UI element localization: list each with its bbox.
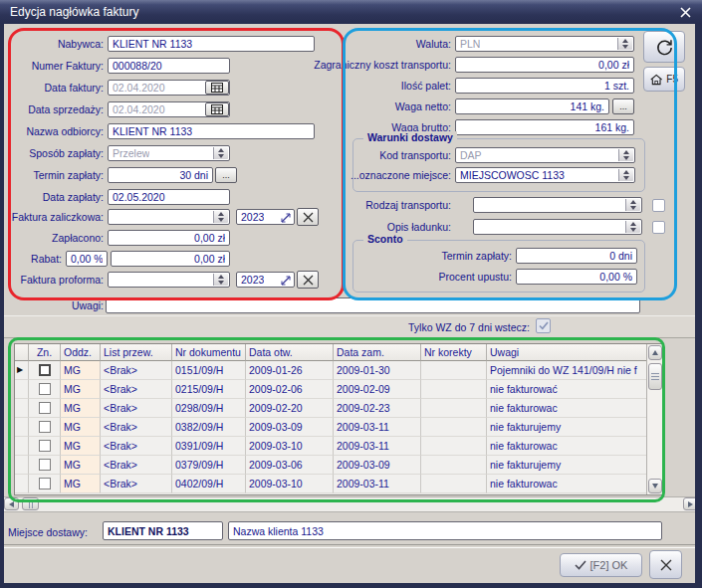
row-checkbox[interactable]	[39, 459, 51, 471]
row-checkbox[interactable]	[39, 402, 51, 414]
refresh-button[interactable]	[643, 31, 685, 63]
oznaczone-miejsce-combo[interactable]: MIEJSCOWOSC 1133	[455, 167, 635, 183]
table-row[interactable]: ▶ MG <Brak> 0382/09/H 2009-03-09 2009-03…	[15, 418, 663, 437]
kod-transportu-combo[interactable]: DAP	[455, 147, 635, 163]
close-x-icon	[659, 558, 673, 572]
wz-filter-checkbox[interactable]	[536, 318, 551, 333]
spinner-icon[interactable]	[618, 169, 633, 181]
uwagi-field[interactable]	[106, 297, 640, 313]
faktura-zaliczkowa-year-field[interactable]: 2023	[236, 209, 295, 225]
spinner-icon[interactable]	[213, 147, 228, 159]
waga-netto-more-button[interactable]: ...	[612, 98, 634, 114]
table-horizontal-scrollbar[interactable]	[2, 496, 700, 512]
row-checkbox[interactable]	[39, 478, 51, 490]
waga-brutto-field[interactable]: 161 kg.	[455, 119, 634, 135]
zagraniczny-koszt-field[interactable]: 0,00 zł	[455, 57, 634, 73]
wz-table[interactable]: Zn. Oddz. List przew. Nr dokumentu Data …	[14, 343, 664, 495]
vertical-scroll-thumb[interactable]	[648, 363, 662, 390]
faktura-proforma-year-field[interactable]: 2023	[236, 272, 295, 288]
waga-netto-field[interactable]: 141 kg.	[455, 98, 609, 114]
faktura-zaliczkowa-combo[interactable]	[108, 209, 230, 225]
rabat-label: Rabat:	[2, 251, 62, 267]
opis-ladunku-combo[interactable]	[473, 219, 642, 235]
zagraniczny-koszt-value: 0,00 zł	[598, 59, 629, 71]
table-row[interactable]: ▶ MG <Brak> 0402/09/H 2009-03-10 2009-03…	[15, 475, 663, 493]
current-row-marker: ▶	[15, 475, 29, 493]
header-nr-korekty[interactable]: Nr korekty	[421, 344, 487, 361]
row-checkbox-cell[interactable]	[29, 399, 61, 418]
data-faktury-calendar-button[interactable]	[205, 81, 229, 95]
termin-zaplaty-more-button[interactable]: ...	[215, 167, 237, 183]
header-nr-dokumentu[interactable]: Nr dokumentu	[172, 344, 246, 361]
sconto-termin-field[interactable]: 0 dni	[516, 248, 637, 264]
header-data-otw[interactable]: Data otw.	[246, 344, 334, 361]
faktura-proforma-clear-button[interactable]	[297, 271, 319, 289]
current-row-marker: ▶	[15, 380, 29, 399]
opis-ladunku-checkbox[interactable]	[652, 221, 665, 234]
sposob-zaplaty-combo[interactable]: Przelew	[108, 145, 230, 161]
scroll-up-button[interactable]	[648, 345, 662, 360]
table-row[interactable]: ▶ MG <Brak> 0391/09/H 2009-03-10 2009-03…	[15, 437, 663, 456]
row-checkbox-cell[interactable]	[29, 418, 61, 437]
home-f5-button[interactable]: F5	[643, 67, 685, 92]
ok-f2-button[interactable]: [F2] OK	[560, 553, 642, 577]
table-row[interactable]: ▶ MG <Brak> 0379/09/H 2009-03-06 2009-03…	[15, 456, 663, 475]
year-spin-icon[interactable]	[280, 212, 292, 224]
table-row[interactable]: ▶ MG <Brak> 0151/09/H 2009-01-26 2009-01…	[15, 361, 663, 380]
cell-list-przew: <Brak>	[101, 399, 172, 418]
scroll-down-button[interactable]	[648, 479, 662, 493]
row-checkbox[interactable]	[39, 421, 51, 433]
oznaczone-miejsce-value: MIEJSCOWOSC 1133	[460, 169, 565, 181]
row-checkbox[interactable]	[39, 440, 51, 452]
spinner-icon[interactable]	[617, 38, 632, 50]
scroll-left-button[interactable]	[4, 497, 19, 510]
numer-faktury-field[interactable]: 000088/20	[108, 58, 230, 74]
table-vertical-scrollbar[interactable]	[646, 344, 663, 494]
year-spin-icon[interactable]	[280, 275, 292, 287]
row-checkbox[interactable]	[39, 383, 51, 395]
header-list-przew[interactable]: List przew.	[101, 344, 172, 361]
row-checkbox-cell[interactable]	[29, 475, 61, 493]
ilosc-palet-field[interactable]: 1 szt.	[455, 78, 634, 94]
header-oddz[interactable]: Oddz.	[61, 344, 101, 361]
rabat-amount-field[interactable]: 0,00 zł	[111, 251, 230, 267]
table-row[interactable]: ▶ MG <Brak> 0215/09/H 2009-02-06 2009-02…	[15, 380, 663, 399]
row-checkbox[interactable]	[39, 364, 51, 376]
waluta-combo[interactable]: PLN	[455, 36, 634, 52]
sconto-procent-field[interactable]: 0,00 %	[516, 269, 637, 285]
rabat-percent-field[interactable]: 0,00 %	[66, 251, 108, 267]
rodzaj-transportu-checkbox[interactable]	[652, 199, 665, 212]
spinner-icon[interactable]	[213, 274, 228, 286]
kod-transportu-label: Kod transportu:	[299, 147, 451, 163]
nazwa-odbiorcy-field[interactable]: KLIENT NR 1133	[108, 123, 315, 139]
termin-zaplaty-field[interactable]: 30 dni	[108, 167, 213, 183]
horizontal-scroll-thumb[interactable]	[22, 497, 39, 510]
zaplacono-field[interactable]: 0,00 zł	[108, 230, 230, 246]
kod-transportu-value: DAP	[460, 149, 482, 161]
row-checkbox-cell[interactable]	[29, 456, 61, 475]
header-zn[interactable]: Zn.	[29, 344, 61, 361]
data-sprzedazy-calendar-button[interactable]	[205, 102, 229, 116]
row-checkbox-cell[interactable]	[29, 437, 61, 456]
data-zaplaty-field[interactable]: 02.05.2020	[108, 189, 230, 205]
table-row[interactable]: ▶ MG <Brak> 0298/09/H 2009-02-20 2009-02…	[15, 399, 663, 418]
scroll-right-button[interactable]	[683, 497, 698, 510]
nabywca-field[interactable]: KLIENT NR 1133	[108, 36, 315, 52]
miejsce-dostawy-name-field[interactable]: Nazwa klienta 1133	[228, 521, 662, 540]
cancel-button[interactable]	[649, 550, 682, 579]
header-uwagi[interactable]: Uwagi	[487, 344, 663, 361]
row-checkbox-cell[interactable]	[29, 380, 61, 399]
faktura-proforma-combo[interactable]	[108, 272, 230, 288]
dialog-edycja-naglowka-faktury: Edycja nagłówka faktury Nabywca: KLIENT …	[0, 0, 702, 588]
wz-filter-label: Tylko WZ do 7 dni wstecz:	[329, 319, 530, 335]
sconto-procent-label: Procent upustu:	[352, 269, 512, 285]
spinner-icon[interactable]	[625, 199, 640, 211]
spinner-icon[interactable]	[618, 149, 633, 161]
row-checkbox-cell[interactable]	[29, 361, 61, 380]
rodzaj-transportu-combo[interactable]	[473, 197, 642, 213]
header-data-zam[interactable]: Data zam.	[334, 344, 421, 361]
miejsce-dostawy-code-field[interactable]: KLIENT NR 1133	[103, 521, 223, 540]
window-close-icon[interactable]	[679, 6, 692, 19]
spinner-icon[interactable]	[213, 211, 228, 223]
spinner-icon[interactable]	[625, 221, 640, 233]
